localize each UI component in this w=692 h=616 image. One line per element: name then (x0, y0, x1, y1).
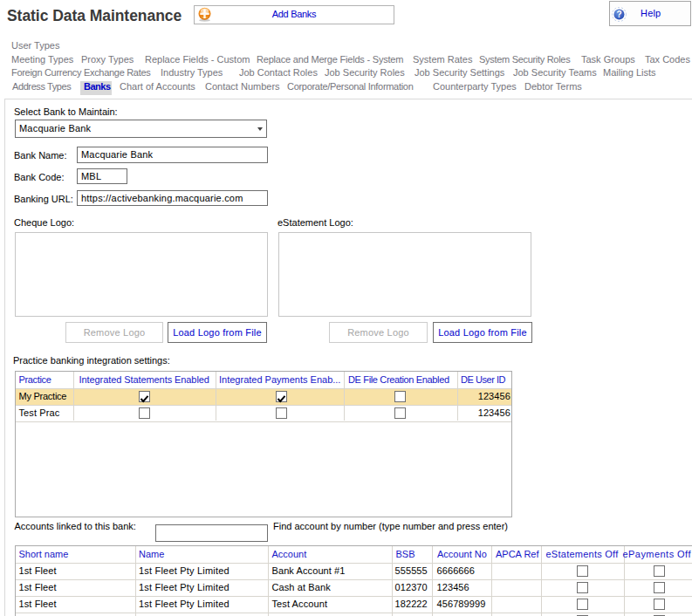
svg-text:?: ? (616, 10, 621, 19)
